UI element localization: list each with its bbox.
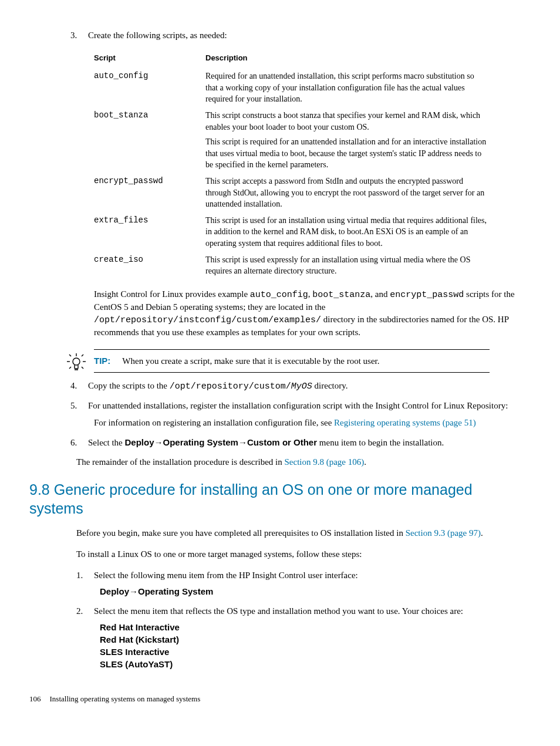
svg-line-5 xyxy=(82,355,83,356)
menu-bold: Deploy xyxy=(100,586,129,596)
link-section-9-8[interactable]: Section 9.8 (page 106) xyxy=(284,457,364,467)
text-span: , and xyxy=(370,289,390,299)
desc-text: This script accepts a password from StdI… xyxy=(205,175,487,210)
text-span: Select the menu item that reflects the O… xyxy=(94,606,463,616)
choice-item: SLES Interactive xyxy=(100,646,525,658)
italic-code-span: MyOS xyxy=(291,382,312,391)
step-6: 6.Select the Deploy→Operating System→Cus… xyxy=(94,436,525,449)
step-3: 3.Create the following scripts, as neede… xyxy=(94,29,525,339)
tip-block: TIP:When you create a script, make sure … xyxy=(94,349,490,373)
code-span: boot_stanza xyxy=(312,290,370,300)
desc-text: This script constructs a boot stanza tha… xyxy=(205,110,487,133)
table-row: auto_config Required for an unattended i… xyxy=(94,68,499,107)
choice-item: SLES (AutoYaST) xyxy=(100,658,525,670)
text-span: For information on registering an instal… xyxy=(94,418,334,427)
choices-list: Red Hat Interactive Red Hat (Kickstart) … xyxy=(100,621,525,670)
code-span: auto_config xyxy=(250,290,308,300)
code-span: /opt/repository/custom/ xyxy=(170,382,291,391)
text-span: Select the xyxy=(88,438,124,447)
step-number: 6. xyxy=(70,437,88,449)
svg-point-0 xyxy=(73,358,80,365)
step-number: 4. xyxy=(70,380,88,392)
arrow-span: → xyxy=(129,587,138,596)
code-span: /opt/repository/instconfig/custom/exampl… xyxy=(94,315,321,325)
table-row: create_iso This script is used expressly… xyxy=(94,252,499,279)
desc-text: This script is required for an unattende… xyxy=(205,136,487,171)
menu-bold: Custom or Other xyxy=(247,437,317,447)
table-row: encrypt_passwd This script accepts a pas… xyxy=(94,173,499,212)
text-span: Copy the scripts to the xyxy=(88,381,170,390)
table-row: extra_files This script is used for an i… xyxy=(94,212,499,252)
page-number: 106 xyxy=(29,694,41,703)
link-section-9-3[interactable]: Section 9.3 (page 97) xyxy=(406,528,481,538)
svg-line-7 xyxy=(82,367,83,369)
script-name-cell: encrypt_passwd xyxy=(94,173,205,212)
script-name-cell: create_iso xyxy=(94,252,205,279)
section-step-1: 1.Select the following menu item from th… xyxy=(100,569,525,598)
script-desc-cell: This script constructs a boot stanza tha… xyxy=(205,107,499,173)
scripts-table: Script Description auto_config Required … xyxy=(94,50,499,279)
desc-text: This script is used expressly for an ins… xyxy=(205,254,487,277)
arrow-span: → xyxy=(154,438,163,447)
table-row: boot_stanza This script constructs a boo… xyxy=(94,107,499,173)
text-span: Insight Control for Linux provides examp… xyxy=(94,289,250,299)
menu-bold: Deploy xyxy=(124,437,154,447)
arrow-span: → xyxy=(238,438,247,447)
section-step-2: 2.Select the menu item that reflects the… xyxy=(100,605,525,670)
text-span: For unattended installations, register t… xyxy=(88,401,508,410)
table-header-script: Script xyxy=(94,50,205,68)
script-desc-cell: This script is used expressly for an ins… xyxy=(205,252,499,279)
menu-bold: Operating System xyxy=(138,586,213,596)
script-name-cell: extra_files xyxy=(94,212,205,252)
section-heading-9-8: 9.8 Generic procedure for installing an … xyxy=(29,480,525,518)
text-span: Before you begin, make sure you have com… xyxy=(76,528,406,538)
text-span: menu item to begin the installation. xyxy=(317,438,444,447)
menu-bold: Operating System xyxy=(163,437,238,447)
step-number: 2. xyxy=(76,605,94,617)
step-number: 3. xyxy=(70,29,88,42)
script-desc-cell: This script is used for an installation … xyxy=(205,212,499,252)
section-paragraph: To install a Linux OS to one or more tar… xyxy=(76,548,525,561)
step-5: 5.For unattended installations, register… xyxy=(94,400,525,429)
remainder-text: The remainder of the installation proced… xyxy=(76,456,525,468)
desc-text: Required for an unattended installation,… xyxy=(205,70,487,105)
tip-label: TIP: xyxy=(94,356,110,366)
table-header-description: Description xyxy=(205,50,499,68)
choice-item: Red Hat (Kickstart) xyxy=(100,633,525,646)
script-desc-cell: Required for an unattended installation,… xyxy=(205,68,499,107)
text-span: . xyxy=(481,528,483,538)
tip-text: When you create a script, make sure that… xyxy=(122,356,379,366)
lightbulb-icon xyxy=(66,352,87,373)
text-span: Select the following menu item from the … xyxy=(94,571,358,580)
script-desc-cell: This script accepts a password from StdI… xyxy=(205,173,499,212)
desc-text: This script is used for an installation … xyxy=(205,215,487,249)
step-4: 4.Copy the scripts to the /opt/repositor… xyxy=(94,380,525,393)
section-paragraph: Before you begin, make sure you have com… xyxy=(76,527,525,539)
svg-line-6 xyxy=(69,367,71,369)
follow-paragraph: Insight Control for Linux provides examp… xyxy=(94,288,525,339)
text-span: directory. xyxy=(312,381,348,390)
code-span: encrypt_passwd xyxy=(390,290,464,300)
step-number: 1. xyxy=(76,569,94,582)
text-span: . xyxy=(364,457,366,467)
step-text: Create the following scripts, as needed: xyxy=(88,31,227,40)
step-5-sub: For information on registering an instal… xyxy=(94,417,525,429)
menu-path: Deploy→Operating System xyxy=(100,585,525,598)
section-9-8-body: Before you begin, make sure you have com… xyxy=(76,527,525,670)
step-number: 5. xyxy=(70,400,88,412)
link-registering[interactable]: Registering operating systems (page 51) xyxy=(334,418,476,427)
script-name-cell: auto_config xyxy=(94,68,205,107)
svg-line-4 xyxy=(69,355,71,356)
footer-title: Installing operating systems on managed … xyxy=(50,694,201,703)
choice-item: Red Hat Interactive xyxy=(100,621,525,633)
page-footer: 106Installing operating systems on manag… xyxy=(29,694,525,704)
text-span: The remainder of the installation proced… xyxy=(76,457,284,467)
script-name-cell: boot_stanza xyxy=(94,107,205,173)
